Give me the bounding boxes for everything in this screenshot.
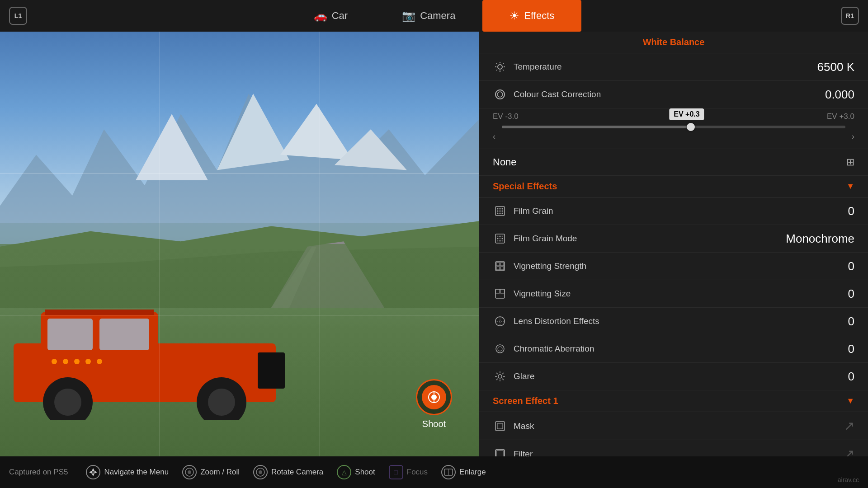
focus-control: □ Focus: [389, 465, 428, 479]
svg-marker-92: [89, 471, 92, 474]
svg-point-27: [431, 394, 437, 400]
svg-point-44: [497, 211, 499, 212]
chromatic-aberration-icon: [493, 342, 507, 356]
shoot-button[interactable]: [416, 379, 452, 415]
svg-point-96: [188, 470, 191, 474]
nav-menu-control: Navigate the Menu: [86, 465, 169, 479]
slider-tooltip: EV +0.3: [669, 108, 704, 120]
svg-line-79: [502, 373, 504, 374]
chromatic-aberration-label: Chromatic Aberration: [514, 344, 848, 354]
svg-point-48: [500, 213, 501, 214]
svg-marker-2: [217, 94, 289, 170]
svg-rect-11: [47, 319, 93, 350]
filter-grid-icon[interactable]: ⊞: [846, 156, 854, 168]
shoot-control: △ Shoot: [337, 465, 375, 479]
ev-slider-track[interactable]: EV +0.3: [502, 126, 845, 128]
lens-distortion-row[interactable]: Lens Distortion Effects 0: [479, 308, 868, 335]
filter-none-label: None: [493, 156, 517, 168]
mask-value: ↗: [844, 418, 854, 433]
zoom-roll-control: Zoom / Roll: [182, 465, 240, 479]
svg-line-36: [503, 70, 504, 70]
film-grain-row[interactable]: Film Grain 0: [479, 197, 868, 225]
film-grain-mode-value: Monochrome: [786, 232, 854, 246]
screen-filter-row[interactable]: Filter ↗: [479, 440, 868, 456]
triangle-icon: △: [337, 465, 351, 479]
colour-cast-row[interactable]: Colour Cast Correction 0.000: [479, 81, 868, 108]
tab-camera[interactable]: 📷 Camera: [375, 0, 482, 32]
svg-rect-60: [495, 262, 505, 271]
svg-point-30: [498, 65, 502, 69]
vignetting-size-row[interactable]: Vignetting Size 0: [479, 280, 868, 308]
filter-row[interactable]: None ⊞: [479, 149, 868, 176]
svg-rect-63: [496, 267, 500, 270]
svg-point-59: [502, 240, 503, 242]
svg-point-45: [500, 211, 501, 212]
tab-effects[interactable]: ☀ Effects: [482, 0, 581, 32]
svg-point-24: [85, 359, 91, 364]
svg-line-78: [502, 379, 504, 380]
special-effects-header: Special Effects ▼: [479, 176, 868, 197]
shoot-control-label: Shoot: [355, 468, 375, 477]
svg-point-52: [500, 236, 501, 237]
colour-cast-value: 0.000: [825, 88, 854, 102]
svg-point-58: [500, 240, 501, 242]
film-grain-mode-row[interactable]: Film Grain Mode Monochrome: [479, 225, 868, 253]
screen-effect-label: Screen Effect 1: [493, 396, 558, 406]
vignetting-strength-label: Vignetting Strength: [514, 261, 848, 271]
vignetting-strength-row[interactable]: Vignetting Strength 0: [479, 253, 868, 280]
enlarge-control: Enlarge: [441, 465, 486, 479]
svg-point-23: [74, 359, 80, 364]
svg-point-71: [498, 347, 502, 351]
watermark: airav.cc: [838, 476, 859, 483]
svg-point-51: [497, 236, 499, 237]
svg-rect-64: [500, 267, 504, 270]
nav-menu-label: Navigate the Menu: [104, 468, 169, 477]
lens-distortion-label: Lens Distortion Effects: [514, 316, 848, 326]
touchpad-icon: [441, 465, 456, 479]
svg-point-49: [502, 213, 503, 214]
svg-point-55: [500, 238, 501, 239]
nav-tabs: 🚗 Car 📷 Camera ☀ Effects: [287, 0, 582, 32]
l-stick-icon: [182, 465, 197, 479]
ev-slider-row: EV -3.0 EV +3.0 EV +0.3 ‹ ›: [479, 108, 868, 149]
shoot-button-inner: [422, 385, 446, 409]
tab-car[interactable]: 🚗 Car: [287, 0, 375, 32]
enlarge-control-label: Enlarge: [459, 468, 486, 477]
screen-filter-value: ↗: [844, 446, 854, 456]
r-stick-icon: [253, 465, 268, 479]
captured-info: Captured on PS5: [9, 468, 68, 477]
svg-rect-81: [495, 422, 505, 431]
temperature-row[interactable]: Temperature 6500 K: [479, 53, 868, 81]
svg-point-16: [208, 389, 235, 416]
chromatic-aberration-row[interactable]: Chromatic Aberration 0: [479, 335, 868, 363]
temperature-icon: [493, 60, 507, 74]
svg-line-38: [496, 70, 497, 70]
film-grain-label: Film Grain: [514, 206, 848, 216]
ev-max-label: EV +3.0: [827, 112, 854, 121]
svg-rect-62: [500, 263, 504, 266]
r1-label: R1: [846, 12, 854, 19]
l1-button[interactable]: L1: [9, 7, 27, 25]
svg-line-80: [496, 379, 498, 380]
r1-button[interactable]: R1: [841, 7, 859, 25]
film-grain-value: 0: [848, 204, 854, 218]
zoom-roll-label: Zoom / Roll: [200, 468, 240, 477]
colour-cast-label: Colour Cast Correction: [514, 89, 825, 99]
svg-line-37: [503, 63, 504, 64]
svg-rect-20: [45, 310, 154, 315]
rotate-camera-control: Rotate Camera: [253, 465, 323, 479]
slider-arrow-right[interactable]: ›: [852, 132, 854, 141]
film-grain-icon: [493, 204, 507, 218]
lens-distortion-value: 0: [848, 314, 854, 328]
tab-camera-label: Camera: [420, 10, 455, 22]
svg-point-47: [497, 213, 499, 214]
svg-marker-3: [280, 104, 353, 160]
slider-thumb[interactable]: EV +0.3: [687, 123, 695, 131]
mask-row[interactable]: Mask ↗: [479, 412, 868, 440]
slider-arrow-left[interactable]: ‹: [493, 132, 495, 141]
screen-effect-arrow[interactable]: ▼: [846, 396, 854, 406]
colour-cast-icon: [493, 87, 507, 102]
special-effects-arrow[interactable]: ▼: [846, 182, 854, 191]
glare-row[interactable]: Glare 0: [479, 363, 868, 390]
svg-point-54: [497, 238, 499, 239]
